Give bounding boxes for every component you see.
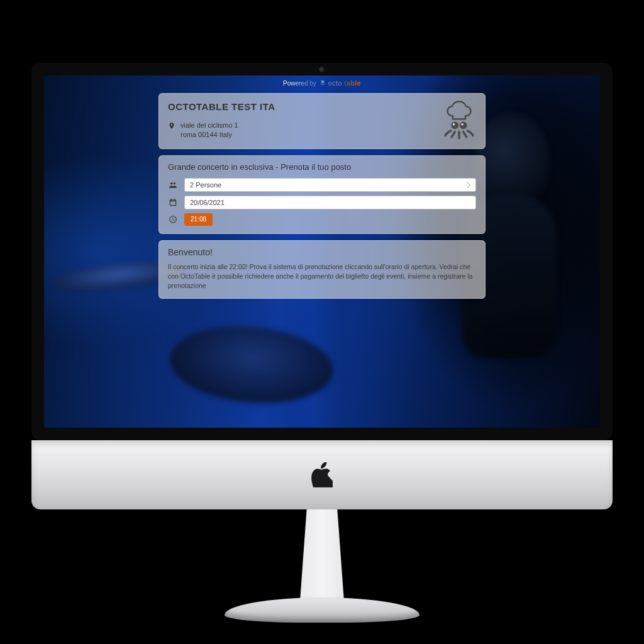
- clock-icon: [168, 215, 178, 224]
- time-row: 21:08: [168, 213, 476, 226]
- octotable-chef-icon: [442, 100, 476, 140]
- welcome-panel: Benvenuto! Il concerto inizia alle 22:00…: [158, 240, 486, 299]
- booking-panel: Grande concerto in esclusiva - Prenota i…: [158, 155, 486, 234]
- people-icon: [168, 180, 178, 189]
- date-input[interactable]: 20/06/2021: [184, 196, 476, 209]
- restaurant-header-panel: OCTOTABLE TEST ITA viale del ciclismo 1 …: [158, 93, 486, 149]
- address-line2: roma 00144 Italy: [180, 130, 238, 140]
- date-value: 20/06/2021: [190, 199, 225, 206]
- restaurant-address: viale del ciclismo 1 roma 00144 Italy: [168, 121, 476, 140]
- welcome-title: Benvenuto!: [168, 247, 476, 257]
- bg-drummer-head: [474, 113, 550, 208]
- people-row: 2 Persone: [168, 178, 476, 192]
- date-row: 20/06/2021: [168, 196, 476, 209]
- imac-frame: Powered by octotable OCTOTABLE TEST ITA …: [31, 63, 613, 566]
- time-value: 21:08: [191, 216, 206, 223]
- address-text: viale del ciclismo 1 roma 00144 Italy: [180, 121, 238, 140]
- map-pin-icon: [168, 121, 175, 130]
- time-chip[interactable]: 21:08: [184, 213, 213, 226]
- imac-stand-neck: [287, 508, 357, 602]
- people-value: 2 Persone: [190, 181, 221, 189]
- imac-stand-foot: [225, 597, 419, 623]
- svg-point-1: [451, 122, 458, 130]
- imac-chin: [31, 440, 613, 509]
- screen: Powered by octotable OCTOTABLE TEST ITA …: [44, 75, 600, 428]
- svg-point-3: [453, 123, 455, 125]
- restaurant-title: OCTOTABLE TEST ITA: [168, 101, 476, 112]
- welcome-body: Il concerto inizia alle 22:00! Prova il …: [168, 262, 476, 291]
- address-line1: viale del ciclismo 1: [180, 121, 238, 130]
- svg-point-2: [460, 122, 467, 130]
- imac-bezel: Powered by octotable OCTOTABLE TEST ITA …: [31, 63, 613, 440]
- apple-logo-icon: [311, 462, 333, 487]
- svg-point-4: [461, 123, 463, 125]
- people-select[interactable]: 2 Persone: [184, 178, 476, 192]
- booking-title: Grande concerto in esclusiva - Prenota i…: [168, 162, 476, 172]
- camera-icon: [319, 67, 325, 73]
- calendar-icon: [168, 198, 178, 207]
